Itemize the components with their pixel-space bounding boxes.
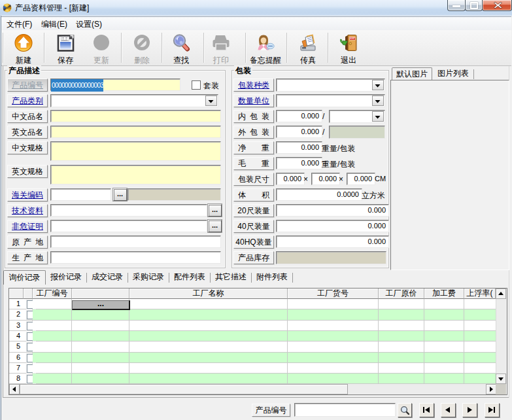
svg-text:EXIT: EXIT — [350, 37, 355, 40]
